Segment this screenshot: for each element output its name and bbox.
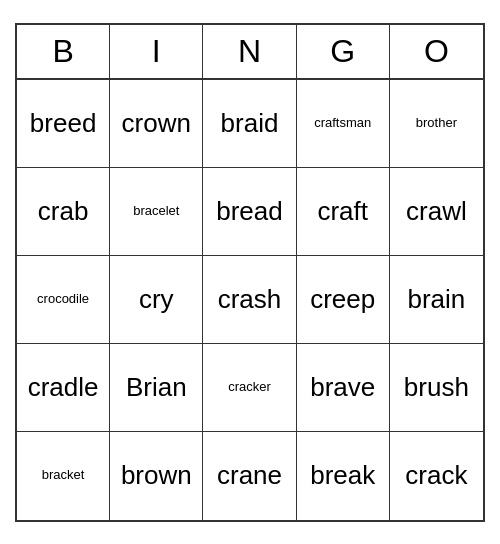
grid-cell: bread	[203, 168, 296, 256]
cell-word: cry	[139, 285, 174, 314]
grid-cell: cracker	[203, 344, 296, 432]
cell-word: crack	[405, 461, 467, 490]
cell-word: brave	[310, 373, 375, 402]
header-letter: G	[297, 25, 390, 78]
header-letter: B	[17, 25, 110, 78]
cell-word: crane	[217, 461, 282, 490]
grid-cell: break	[297, 432, 390, 520]
header-letter: O	[390, 25, 483, 78]
cell-word: brush	[404, 373, 469, 402]
cell-word: crocodile	[37, 292, 89, 306]
grid-cell: crash	[203, 256, 296, 344]
grid-cell: crab	[17, 168, 110, 256]
cell-word: craft	[317, 197, 368, 226]
cell-word: brain	[407, 285, 465, 314]
grid-cell: Brian	[110, 344, 203, 432]
grid-cell: brave	[297, 344, 390, 432]
grid-cell: craftsman	[297, 80, 390, 168]
grid-cell: brain	[390, 256, 483, 344]
cell-word: braid	[221, 109, 279, 138]
cell-word: bread	[216, 197, 283, 226]
cell-word: break	[310, 461, 375, 490]
header-letter: N	[203, 25, 296, 78]
grid-cell: crawl	[390, 168, 483, 256]
cell-word: brown	[121, 461, 192, 490]
cell-word: crown	[122, 109, 191, 138]
grid-cell: crane	[203, 432, 296, 520]
grid-cell: bracelet	[110, 168, 203, 256]
grid-cell: brush	[390, 344, 483, 432]
cell-word: bracelet	[133, 204, 179, 218]
cell-word: cracker	[228, 380, 271, 394]
cell-word: craftsman	[314, 116, 371, 130]
cell-word: cradle	[28, 373, 99, 402]
bingo-card: BINGO breedcrownbraidcraftsmanbrothercra…	[15, 23, 485, 522]
cell-word: creep	[310, 285, 375, 314]
grid-cell: craft	[297, 168, 390, 256]
grid-cell: breed	[17, 80, 110, 168]
cell-word: crash	[218, 285, 282, 314]
grid-cell: brother	[390, 80, 483, 168]
grid-cell: bracket	[17, 432, 110, 520]
grid-cell: crack	[390, 432, 483, 520]
grid-cell: cradle	[17, 344, 110, 432]
bingo-grid: breedcrownbraidcraftsmanbrothercrabbrace…	[17, 80, 483, 520]
header-letter: I	[110, 25, 203, 78]
grid-cell: cry	[110, 256, 203, 344]
cell-word: crab	[38, 197, 89, 226]
cell-word: breed	[30, 109, 97, 138]
grid-cell: braid	[203, 80, 296, 168]
grid-cell: crown	[110, 80, 203, 168]
grid-cell: creep	[297, 256, 390, 344]
cell-word: crawl	[406, 197, 467, 226]
bingo-header: BINGO	[17, 25, 483, 80]
cell-word: Brian	[126, 373, 187, 402]
cell-word: brother	[416, 116, 457, 130]
grid-cell: brown	[110, 432, 203, 520]
grid-cell: crocodile	[17, 256, 110, 344]
cell-word: bracket	[42, 468, 85, 482]
